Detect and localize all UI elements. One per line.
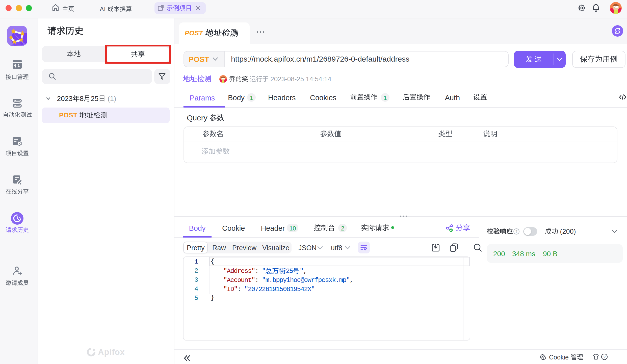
svg-text:?: ? xyxy=(515,229,517,233)
svg-text:?: ? xyxy=(603,355,606,359)
